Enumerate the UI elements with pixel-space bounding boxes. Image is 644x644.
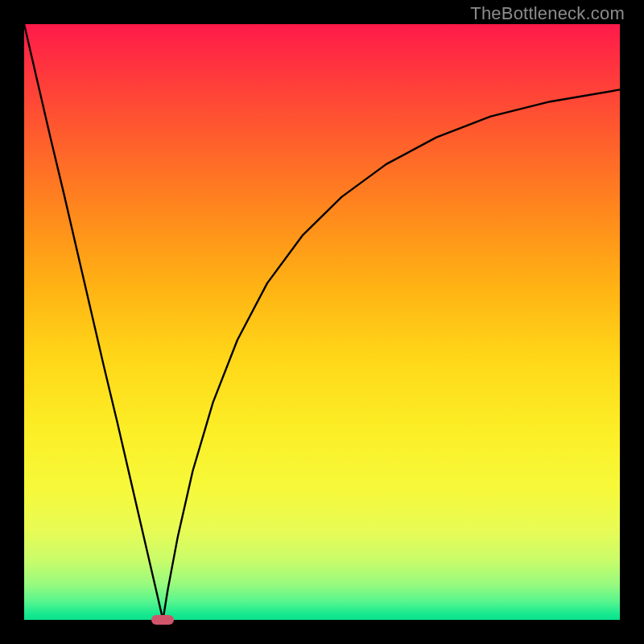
curve-path [24,24,620,620]
watermark-text: TheBottleneck.com [470,3,625,24]
chart-frame: TheBottleneck.com [0,0,644,644]
optimal-marker [151,615,174,625]
bottleneck-curve [24,24,620,620]
plot-area [24,24,620,620]
